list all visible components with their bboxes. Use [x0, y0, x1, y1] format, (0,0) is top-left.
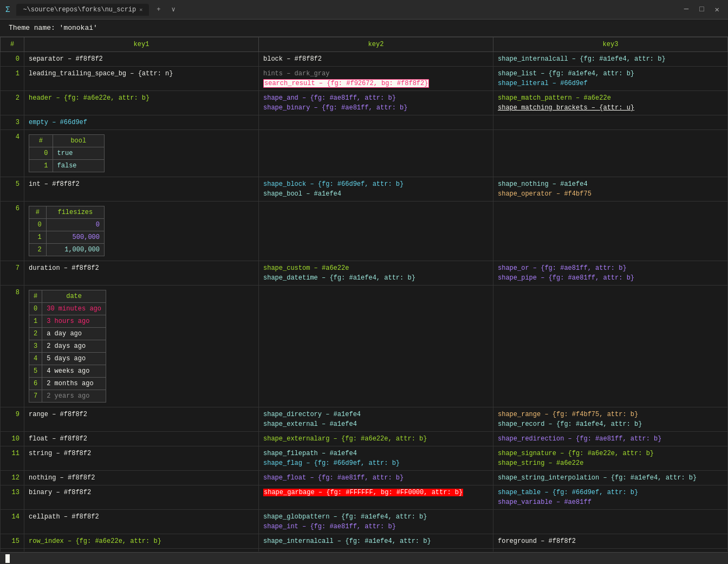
col1-cell: float – #f8f8f2 [24, 432, 259, 446]
col1-cell: binary – #f8f8f2 [24, 485, 259, 510]
col1-cell: empty – #66d9ef [24, 115, 259, 130]
col1-cell: string – #f8f8f2 [24, 446, 259, 471]
maximize-button[interactable]: □ [696, 4, 707, 15]
line-number: 2 [1, 91, 24, 115]
table-row: 0separator – #f8f8f2block – #f8f8f2shape… [1, 52, 728, 67]
cursor-indicator [5, 554, 10, 563]
col2-cell: shape_internalcall – {fg: #a1efe4, attr:… [259, 534, 493, 549]
col1-cell: cellpath – #f8f8f2 [24, 510, 259, 534]
col2-cell [259, 549, 493, 552]
table-row: 13binary – #f8f8f2shape_garbage – {fg: #… [1, 485, 728, 510]
line-number: 16 [1, 549, 24, 552]
col1-cell: record – #f8f8f2 [24, 549, 259, 552]
garbage-highlight: shape_garbage – {fg: #FFFFFF, bg: #FF000… [263, 489, 463, 496]
col1-cell: duration – #f8f8f2 [24, 261, 259, 286]
date-subtable: # date 0 30 minutes ago 1 3 hours ago 2 … [29, 290, 106, 403]
line-number: 12 [1, 471, 24, 485]
col1-cell: # filesizes 0 0 1 500,000 2 1,000,000 [24, 202, 259, 261]
line-number: 11 [1, 446, 24, 471]
col2-cell [259, 115, 493, 130]
col3-cell: shape_match_pattern – #a6e22eshape_match… [493, 91, 728, 115]
col1-cell: # date 0 30 minutes ago 1 3 hours ago 2 … [24, 286, 259, 407]
line-number: 14 [1, 510, 24, 534]
table-row: 12nothing – #f8f8f2shape_float – {fg: #a… [1, 471, 728, 485]
col1-cell: header – {fg: #a6e22e, attr: b} [24, 91, 259, 115]
col1-cell: leading_trailing_space_bg – {attr: n} [24, 67, 259, 91]
line-number: 7 [1, 261, 24, 286]
window-controls: ─ □ ✕ [681, 4, 723, 15]
col3-cell: shape_range – {fg: #f4bf75, attr: b}shap… [493, 407, 728, 432]
table-row: 2header – {fg: #a6e22e, attr: b}shape_an… [1, 91, 728, 115]
col-header-key1: key1 [24, 37, 259, 52]
col2-cell: hints – dark_graysearch_result – {fg: #f… [259, 67, 493, 91]
terminal-icon: Σ [5, 5, 10, 14]
table-row: 3empty – #66d9ef [1, 115, 728, 130]
col1-cell: separator – #f8f8f2 [24, 52, 259, 67]
col1-cell: row_index – {fg: #a6e22e, attr: b} [24, 534, 259, 549]
col-header-key3: key3 [493, 37, 728, 52]
col3-cell [493, 549, 728, 552]
main-content: # key1 key2 key3 0separator – #f8f8f2blo… [0, 37, 728, 552]
theme-line: Theme name: 'monokai' [0, 20, 728, 37]
col3-cell [493, 202, 728, 261]
line-number: 3 [1, 115, 24, 130]
table-row: 7duration – #f8f8f2shape_custom – #a6e22… [1, 261, 728, 286]
col3-cell: shape_signature – {fg: #a6e22e, attr: b}… [493, 446, 728, 471]
table-row: 14cellpath – #f8f8f2shape_globpattern – … [1, 510, 728, 534]
col3-cell: foreground – #f8f8f2 [493, 534, 728, 549]
filesizes-subtable: # filesizes 0 0 1 500,000 2 1,000,000 [29, 206, 105, 256]
table-row: 15row_index – {fg: #a6e22e, attr: b}shap… [1, 534, 728, 549]
col1-cell: # bool 0 true 1 false [24, 130, 259, 177]
table-row: 6 # filesizes 0 0 1 500,000 2 1,000,000 [1, 202, 728, 261]
table-row: 5int – #f8f8f2shape_block – {fg: #66d9ef… [1, 177, 728, 202]
col2-cell: shape_directory – #a1efe4shape_external … [259, 407, 493, 432]
status-bar [0, 552, 728, 564]
table-row: 9range – #f8f8f2shape_directory – #a1efe… [1, 407, 728, 432]
col3-cell: shape_internalcall – {fg: #a1efe4, attr:… [493, 52, 728, 67]
col-header-hash: # [1, 37, 24, 52]
table-row: 1leading_trailing_space_bg – {attr: n}hi… [1, 67, 728, 91]
col3-cell: shape_table – {fg: #66d9ef, attr: b}shap… [493, 485, 728, 510]
tab-label: ~\source\repos\forks\nu_scrip [23, 6, 136, 14]
line-number: 8 [1, 286, 24, 407]
col3-cell: shape_list – {fg: #a1efe4, attr: b}shape… [493, 67, 728, 91]
col3-cell [493, 286, 728, 407]
col1-cell: int – #f8f8f2 [24, 177, 259, 202]
col2-cell [259, 286, 493, 407]
line-number: 10 [1, 432, 24, 446]
col2-cell: shape_custom – #a6e22eshape_datetime – {… [259, 261, 493, 286]
col2-cell: shape_block – {fg: #66d9ef, attr: b}shap… [259, 177, 493, 202]
col2-cell: shape_externalarg – {fg: #a6e22e, attr: … [259, 432, 493, 446]
col2-cell [259, 202, 493, 261]
close-tab-button[interactable]: ✕ [139, 7, 142, 13]
col2-cell: shape_float – {fg: #ae81ff, attr: b} [259, 471, 493, 485]
line-number: 6 [1, 202, 24, 261]
col2-cell: shape_globpattern – {fg: #a1efe4, attr: … [259, 510, 493, 534]
col1-cell: range – #f8f8f2 [24, 407, 259, 432]
col3-cell: shape_redirection – {fg: #ae81ff, attr: … [493, 432, 728, 446]
col2-cell: shape_filepath – #a1efe4shape_flag – {fg… [259, 446, 493, 471]
line-number: 15 [1, 534, 24, 549]
new-tab-button[interactable]: + [153, 5, 164, 15]
table-row: 11string – #f8f8f2shape_filepath – #a1ef… [1, 446, 728, 471]
tab[interactable]: ~\source\repos\forks\nu_scrip ✕ [16, 4, 149, 16]
data-table: # key1 key2 key3 0separator – #f8f8f2blo… [0, 37, 728, 552]
col2-cell: shape_and – {fg: #ae81ff, attr: b}shape_… [259, 91, 493, 115]
line-number: 5 [1, 177, 24, 202]
dropdown-button[interactable]: ∨ [168, 4, 178, 15]
col1-cell: nothing – #f8f8f2 [24, 471, 259, 485]
line-number: 1 [1, 67, 24, 91]
col3-cell [493, 115, 728, 130]
line-number: 13 [1, 485, 24, 510]
table-row: 10float – #f8f8f2shape_externalarg – {fg… [1, 432, 728, 446]
col2-cell: shape_garbage – {fg: #FFFFFF, bg: #FF000… [259, 485, 493, 510]
bool-subtable: # bool 0 true 1 false [29, 134, 105, 172]
col2-cell: block – #f8f8f2 [259, 52, 493, 67]
line-number: 9 [1, 407, 24, 432]
col3-cell [493, 130, 728, 177]
col3-cell [493, 510, 728, 534]
close-button[interactable]: ✕ [712, 4, 723, 15]
col3-cell: shape_nothing – #a1efe4shape_operator – … [493, 177, 728, 202]
minimize-button[interactable]: ─ [681, 4, 692, 15]
table-row: 4 # bool 0 true 1 false [1, 130, 728, 177]
